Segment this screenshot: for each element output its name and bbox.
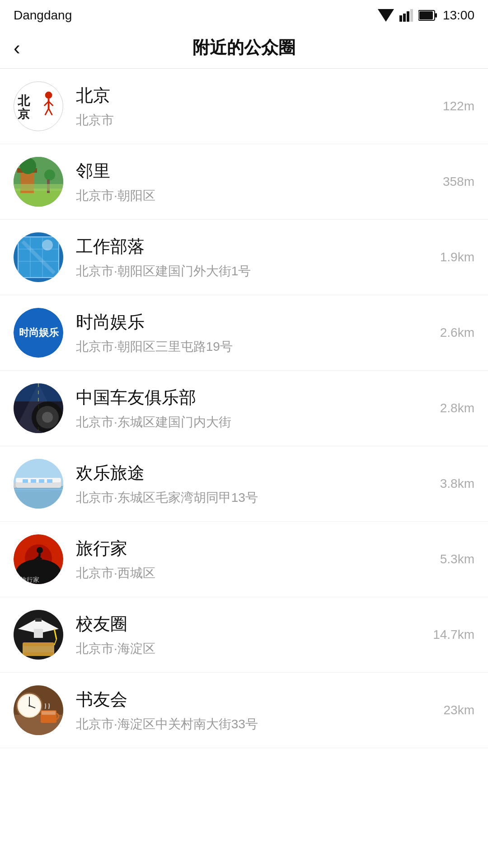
item-name-alumni: 校友圈 xyxy=(76,613,424,636)
svg-rect-41 xyxy=(14,383,63,401)
page-header: ‹ 附近的公众圈 xyxy=(0,27,488,69)
svg-rect-2 xyxy=(403,14,406,22)
svg-line-14 xyxy=(45,108,49,115)
avatar-alumni xyxy=(14,610,63,660)
item-name-fashion: 时尚娱乐 xyxy=(76,311,431,334)
avatar-book xyxy=(14,685,63,735)
status-icons: 13:00 xyxy=(378,8,474,23)
item-name-travel: 欢乐旅途 xyxy=(76,462,431,485)
svg-rect-68 xyxy=(35,618,42,622)
item-distance-fashion: 2.6km xyxy=(440,326,474,340)
list-item-traveler[interactable]: 旅行家 旅行家 北京市·西城区 5.3km xyxy=(0,522,488,597)
list-item-beijing[interactable]: 北 京 北京 北京市 122m xyxy=(0,69,488,144)
nearby-list: 北 京 北京 北京市 122m xyxy=(0,69,488,748)
item-distance-traveler: 5.3km xyxy=(440,552,474,566)
item-name-traveler: 旅行家 xyxy=(76,537,431,560)
avatar-fashion: 时尚娱乐 xyxy=(14,308,63,358)
list-item-work[interactable]: 工作部落 北京市·朝阳区建国门外大街1号 1.9km xyxy=(0,220,488,295)
item-info-alumni: 校友圈 北京市·海淀区 xyxy=(76,613,424,657)
item-distance-work: 1.9km xyxy=(440,250,474,264)
svg-marker-0 xyxy=(378,9,394,22)
item-distance-travel: 3.8km xyxy=(440,476,474,491)
avatar-traveler: 旅行家 xyxy=(14,534,63,584)
item-name-work: 工作部落 xyxy=(76,235,431,258)
list-item-fashion[interactable]: 时尚娱乐 时尚娱乐 北京市·朝阳区三里屯路19号 2.6km xyxy=(0,295,488,371)
back-button[interactable]: ‹ xyxy=(14,38,20,58)
status-bar: Dangdang 13:00 xyxy=(0,0,488,27)
item-location-beijing: 北京市 xyxy=(76,112,434,129)
svg-rect-82 xyxy=(42,711,56,715)
item-location-work: 北京市·朝阳区建国门外大街1号 xyxy=(76,263,431,280)
svg-point-10 xyxy=(45,92,52,99)
item-name-car: 中国车友俱乐部 xyxy=(76,386,431,409)
svg-marker-47 xyxy=(14,483,16,488)
carrier-text: Dangdang xyxy=(14,8,72,23)
svg-rect-23 xyxy=(14,184,63,191)
item-info-neighbor: 邻里 北京市·朝阳区 xyxy=(76,160,434,204)
svg-rect-4 xyxy=(410,9,413,22)
list-item-alumni[interactable]: 校友圈 北京市·海淀区 14.7km xyxy=(0,597,488,673)
signal-icon xyxy=(399,9,413,22)
svg-rect-3 xyxy=(407,11,409,22)
svg-rect-70 xyxy=(23,642,54,646)
svg-point-80 xyxy=(28,705,30,707)
item-info-book: 书友会 北京市·海淀区中关村南大街33号 xyxy=(76,688,435,733)
item-distance-beijing: 122m xyxy=(443,99,474,113)
svg-point-21 xyxy=(44,170,55,180)
item-distance-book: 23km xyxy=(444,703,474,717)
item-info-work: 工作部落 北京市·朝阳区建国门外大街1号 xyxy=(76,235,431,280)
svg-rect-7 xyxy=(419,11,433,19)
item-name-beijing: 北京 xyxy=(76,84,434,107)
list-item-travel[interactable]: 欢乐旅途 北京市·东城区毛家湾胡同甲13号 3.8km xyxy=(0,446,488,522)
svg-line-15 xyxy=(49,108,52,115)
avatar-travel xyxy=(14,459,63,509)
item-name-book: 书友会 xyxy=(76,688,435,711)
avatar-work xyxy=(14,232,63,282)
svg-rect-48 xyxy=(23,479,28,483)
page-title: 附近的公众圈 xyxy=(192,36,296,59)
item-name-neighbor: 邻里 xyxy=(76,160,434,183)
svg-text:京: 京 xyxy=(18,107,30,121)
wifi-icon xyxy=(378,9,394,22)
item-location-travel: 北京市·东城区毛家湾胡同甲13号 xyxy=(76,489,431,506)
svg-marker-67 xyxy=(34,629,43,638)
list-item-book[interactable]: 书友会 北京市·海淀区中关村南大街33号 23km xyxy=(0,673,488,748)
item-location-fashion: 北京市·朝阳区三里屯路19号 xyxy=(76,338,431,355)
avatar-neighbor xyxy=(14,157,63,207)
item-info-fashion: 时尚娱乐 北京市·朝阳区三里屯路19号 xyxy=(76,311,431,355)
item-location-neighbor: 北京市·朝阳区 xyxy=(76,187,434,204)
svg-rect-50 xyxy=(39,479,44,483)
item-info-traveler: 旅行家 北京市·西城区 xyxy=(76,537,431,582)
svg-rect-49 xyxy=(31,479,36,483)
svg-text:时尚娱乐: 时尚娱乐 xyxy=(19,327,59,338)
svg-rect-71 xyxy=(23,652,54,656)
item-info-travel: 欢乐旅途 北京市·东城区毛家湾胡同甲13号 xyxy=(76,462,431,506)
list-item-neighbor[interactable]: 邻里 北京市·朝阳区 358m xyxy=(0,144,488,220)
list-item-car[interactable]: 中国车友俱乐部 北京市·东城区建国门内大街 2.8km xyxy=(0,371,488,446)
item-distance-car: 2.8km xyxy=(440,401,474,415)
svg-point-40 xyxy=(42,412,53,423)
svg-rect-1 xyxy=(399,15,402,22)
time-text: 13:00 xyxy=(443,8,474,23)
item-info-car: 中国车友俱乐部 北京市·东城区建国门内大街 xyxy=(76,386,431,431)
item-distance-neighbor: 358m xyxy=(443,175,474,189)
svg-text:旅行家: 旅行家 xyxy=(20,576,39,583)
item-location-alumni: 北京市·海淀区 xyxy=(76,640,424,657)
item-info-beijing: 北京 北京市 xyxy=(76,84,434,129)
svg-point-20 xyxy=(20,158,36,174)
battery-icon xyxy=(418,9,437,21)
item-location-traveler: 北京市·西城区 xyxy=(76,565,431,582)
svg-rect-6 xyxy=(435,13,437,18)
item-location-book: 北京市·海淀区中关村南大街33号 xyxy=(76,716,435,733)
svg-text:北: 北 xyxy=(17,94,30,108)
svg-point-57 xyxy=(37,547,43,553)
item-distance-alumni: 14.7km xyxy=(433,627,474,642)
avatar-beijing: 北 京 xyxy=(14,81,63,131)
svg-point-31 xyxy=(42,240,53,250)
avatar-car xyxy=(14,383,63,433)
svg-rect-51 xyxy=(47,479,52,483)
item-location-car: 北京市·东城区建国门内大街 xyxy=(76,414,431,431)
